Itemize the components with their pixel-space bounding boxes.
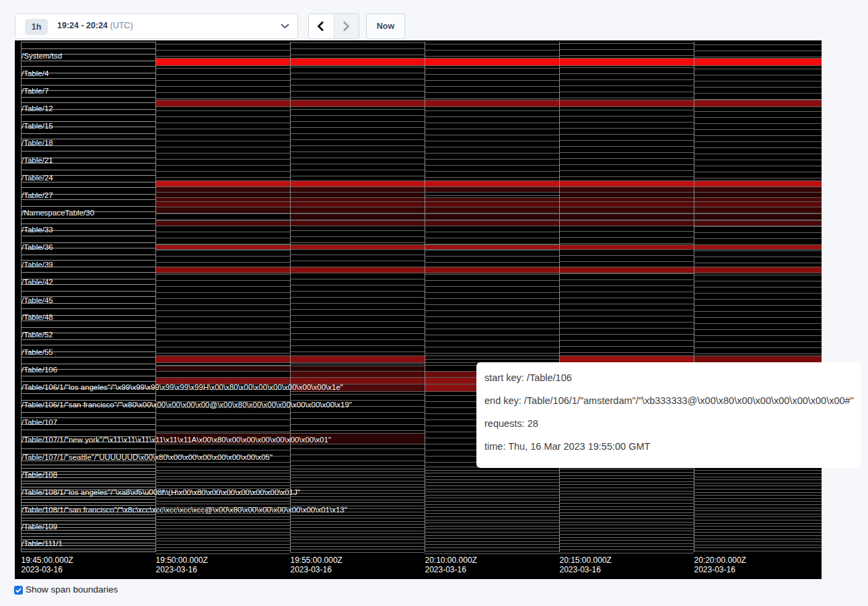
svg-text:/Table/52: /Table/52 xyxy=(22,331,53,339)
svg-text:2023-03-16: 2023-03-16 xyxy=(156,565,198,574)
svg-text:/Table/108: /Table/108 xyxy=(22,471,57,479)
svg-text:/Table/15: /Table/15 xyxy=(22,122,53,130)
svg-text:/Table/48: /Table/48 xyxy=(22,313,53,321)
svg-text:/NamespaceTable/30: /NamespaceTable/30 xyxy=(22,209,94,217)
svg-text:/Table/4: /Table/4 xyxy=(22,69,49,77)
svg-text:2023-03-16: 2023-03-16 xyxy=(694,565,736,574)
svg-text:19:45:00.000Z: 19:45:00.000Z xyxy=(22,556,73,565)
svg-text:/Table/106: /Table/106 xyxy=(22,366,57,374)
svg-text:/Table/39: /Table/39 xyxy=(22,261,53,269)
svg-text:/Table/109: /Table/109 xyxy=(22,523,57,531)
svg-text:/Table/107/1/"new york"/"\x11\: /Table/107/1/"new york"/"\x11\x11\x11\x1… xyxy=(22,436,331,444)
svg-text:19:50:00.000Z: 19:50:00.000Z xyxy=(156,556,208,565)
svg-text:20:10:00.000Z: 20:10:00.000Z xyxy=(425,556,477,565)
svg-text:/Table/108/1/"san francisco"/": /Table/108/1/"san francisco"/"\x8c\xcc\x… xyxy=(22,506,347,514)
svg-text:/Table/27: /Table/27 xyxy=(22,191,53,199)
svg-text:/Table/33: /Table/33 xyxy=(22,226,53,234)
svg-text:20:20:00.000Z: 20:20:00.000Z xyxy=(694,556,746,565)
svg-text:19:55:00.000Z: 19:55:00.000Z xyxy=(291,556,342,565)
svg-text:/Table/107/1/"seattle"/"UUUUUU: /Table/107/1/"seattle"/"UUUUUUD\x00\x80\… xyxy=(22,453,273,461)
svg-text:2023-03-16: 2023-03-16 xyxy=(22,565,63,574)
svg-text:/Table/24: /Table/24 xyxy=(22,174,53,182)
svg-text:2023-03-16: 2023-03-16 xyxy=(291,565,332,574)
svg-text:/Table/108/1/"los angeles"/"\x: /Table/108/1/"los angeles"/"\xa8\xf5\u00… xyxy=(22,488,300,496)
svg-text:/Table/21: /Table/21 xyxy=(22,156,53,164)
svg-text:/Table/106/1/"san francisco"/": /Table/106/1/"san francisco"/"\x80\x00\x… xyxy=(22,401,352,409)
svg-text:/Table/42: /Table/42 xyxy=(22,278,53,286)
svg-text:/System/tsd: /System/tsd xyxy=(22,52,62,60)
svg-text:/Table/55: /Table/55 xyxy=(22,348,53,356)
svg-text:/Table/36: /Table/36 xyxy=(22,243,53,251)
svg-text:2023-03-16: 2023-03-16 xyxy=(425,565,467,574)
svg-text:2023-03-16: 2023-03-16 xyxy=(560,565,602,574)
svg-text:/Table/106/1/"los angeles"/"\x: /Table/106/1/"los angeles"/"\x99\x99\x99… xyxy=(22,383,343,391)
svg-text:/Table/12: /Table/12 xyxy=(22,104,53,112)
svg-text:/Table/18: /Table/18 xyxy=(22,139,53,147)
svg-text:20:15:00.000Z: 20:15:00.000Z xyxy=(560,556,612,565)
svg-text:/Table/107: /Table/107 xyxy=(22,418,57,426)
svg-text:/Table/45: /Table/45 xyxy=(22,296,53,304)
svg-text:/Table/111/1: /Table/111/1 xyxy=(22,539,63,547)
svg-text:/Table/7: /Table/7 xyxy=(22,87,48,95)
